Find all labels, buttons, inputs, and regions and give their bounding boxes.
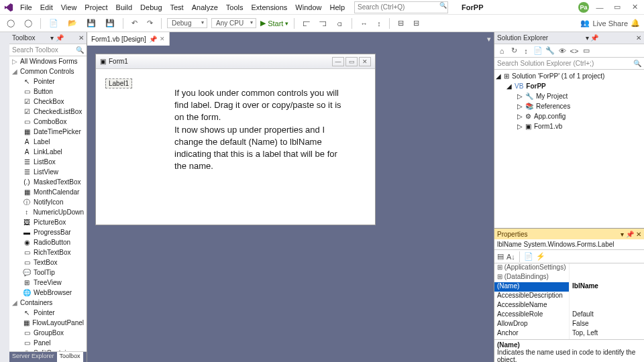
- toolbox-item[interactable]: ⊞TreeView: [9, 278, 87, 288]
- toolbox-item[interactable]: ↖Pointer: [9, 308, 87, 318]
- property-key[interactable]: ⊞ (DataBindings): [494, 273, 570, 282]
- props-pin-icon[interactable]: ▾ 📌 ✕: [621, 231, 641, 238]
- toolbox-item[interactable]: ▦FlowLayoutPanel: [9, 318, 87, 328]
- property-value[interactable]: [570, 263, 644, 273]
- menu-view[interactable]: View: [57, 2, 81, 13]
- property-key[interactable]: (Name): [494, 282, 570, 292]
- home-icon[interactable]: ⌂: [497, 47, 506, 55]
- property-key[interactable]: AllowDrop: [494, 320, 570, 329]
- nav-back-button[interactable]: ◯: [4, 17, 17, 29]
- property-value[interactable]: lblName: [570, 282, 644, 292]
- properties-icon[interactable]: 🔧: [545, 46, 555, 55]
- close-tab-icon[interactable]: ✕: [160, 36, 165, 42]
- center-v-icon[interactable]: ⊟: [411, 17, 422, 29]
- solexp-close-icon[interactable]: ✕: [636, 34, 641, 42]
- open-button[interactable]: 📂: [65, 17, 80, 29]
- property-value[interactable]: [570, 292, 644, 301]
- solexp-search-input[interactable]: Search Solution Explorer (Ctrl+;): [497, 60, 594, 67]
- toolbox-item[interactable]: ↕NumericUpDown: [9, 207, 87, 217]
- collapse-icon[interactable]: ↕: [521, 47, 531, 55]
- toolbox-item[interactable]: ☰ListView: [9, 167, 87, 177]
- property-key[interactable]: AccessibleDescription: [494, 292, 570, 301]
- toolbox-item[interactable]: ALabel: [9, 137, 87, 147]
- document-tab[interactable]: Form1.vb [Design] 📌 ✕: [87, 32, 170, 46]
- property-value[interactable]: Top, Left: [570, 329, 644, 339]
- align-right-icon[interactable]: ⫏: [333, 18, 346, 29]
- pin-icon[interactable]: 📌: [149, 36, 157, 43]
- props-page-icon[interactable]: 📄: [524, 252, 533, 261]
- toolbox-item[interactable]: ▭Panel: [9, 338, 87, 348]
- solution-item[interactable]: My Project: [536, 93, 568, 100]
- property-key[interactable]: Anchor: [494, 329, 570, 339]
- save-all-button[interactable]: 💾: [103, 17, 117, 29]
- toolbox-item[interactable]: ◉RadioButton: [9, 237, 87, 247]
- tabstrip-dropdown-icon[interactable]: ▾: [484, 35, 494, 44]
- preview-icon[interactable]: 👁: [557, 47, 567, 55]
- refresh-icon[interactable]: ↻: [509, 46, 519, 55]
- toolbox-item[interactable]: ▦DateTimePicker: [9, 127, 87, 137]
- undo-button[interactable]: ↶: [129, 17, 140, 29]
- menu-tools[interactable]: Tools: [222, 2, 248, 13]
- toolbox-item[interactable]: ▭Button: [9, 86, 87, 97]
- solexp-pin-icon[interactable]: ▾ 📌: [586, 34, 599, 42]
- property-key[interactable]: ⊞ (ApplicationSettings): [494, 263, 570, 273]
- center-h-icon[interactable]: ⊟: [395, 17, 407, 29]
- restore-button[interactable]: ▭: [610, 3, 624, 12]
- menu-test[interactable]: Test: [166, 2, 188, 13]
- spacing-v-icon[interactable]: ↕: [374, 18, 384, 29]
- menu-window[interactable]: Window: [291, 2, 325, 13]
- properties-selector[interactable]: lblName System.Windows.Forms.Label: [494, 239, 644, 250]
- toolbox-item[interactable]: 🖼PictureBox: [9, 217, 87, 227]
- save-button[interactable]: 💾: [84, 17, 99, 29]
- nav-fwd-button[interactable]: ◯: [21, 17, 35, 29]
- property-value[interactable]: [570, 301, 644, 310]
- platform-dropdown[interactable]: Any CPU: [211, 18, 256, 28]
- toolbox-item[interactable]: ▭ComboBox: [9, 117, 87, 127]
- toolbox-search-input[interactable]: Search Toolbox: [12, 46, 58, 54]
- menu-file[interactable]: File: [16, 2, 36, 13]
- menu-extensions[interactable]: Extensions: [248, 2, 292, 13]
- liveshare-button[interactable]: Live Share: [592, 19, 628, 27]
- start-debug-button[interactable]: ▶Start▾: [260, 19, 288, 27]
- menu-project[interactable]: Project: [80, 2, 111, 13]
- server-explorer-tab[interactable]: Server Explorer: [9, 352, 57, 362]
- solution-node[interactable]: Solution 'ForPP' (1 of 1 project): [512, 72, 604, 80]
- new-project-button[interactable]: 📄: [46, 17, 61, 29]
- categorized-icon[interactable]: ▤: [497, 252, 504, 261]
- show-all-icon[interactable]: 📄: [533, 46, 543, 55]
- view-code-icon[interactable]: <>: [570, 47, 579, 55]
- toolbox-item[interactable]: ☑CheckedListBox: [9, 107, 87, 117]
- avatar[interactable]: Pa: [578, 2, 589, 13]
- toolbox-tab[interactable]: Toolbox: [57, 352, 83, 362]
- toolbox-item[interactable]: ▭RichTextBox: [9, 247, 87, 257]
- project-node[interactable]: ForPP: [526, 82, 545, 90]
- label-control[interactable]: Label1: [105, 78, 132, 88]
- toolbox-item[interactable]: ▦MonthCalendar: [9, 187, 87, 197]
- toolbox-item[interactable]: ↖Pointer: [9, 76, 87, 86]
- redo-button[interactable]: ↷: [144, 17, 156, 29]
- align-left-icon[interactable]: ⫍: [300, 18, 313, 29]
- toolbox-item[interactable]: ▭TextBox: [9, 257, 87, 267]
- events-icon[interactable]: ⚡: [536, 252, 545, 261]
- toolbox-section[interactable]: ▷All Windows Forms: [9, 56, 87, 66]
- toolbox-section[interactable]: ◢Common Controls: [9, 66, 87, 76]
- menu-edit[interactable]: Edit: [36, 2, 57, 13]
- view-design-icon[interactable]: ▭: [582, 46, 591, 55]
- toolbox-item[interactable]: ⓘNotifyIcon: [9, 197, 87, 207]
- toolbox-item[interactable]: ALinkLabel: [9, 147, 87, 157]
- property-key[interactable]: AccessibleRole: [494, 310, 570, 320]
- toolbox-item[interactable]: ☰ListBox: [9, 157, 87, 167]
- toolbox-item[interactable]: ▭GroupBox: [9, 328, 87, 338]
- close-button[interactable]: ✕: [628, 3, 641, 12]
- property-value[interactable]: False: [570, 320, 644, 329]
- toolbox-item[interactable]: 🌐WebBrowser: [9, 288, 87, 298]
- menu-analyze[interactable]: Analyze: [188, 2, 222, 13]
- quick-search-input[interactable]: [354, 1, 448, 13]
- toolbox-item[interactable]: ☑CheckBox: [9, 97, 87, 107]
- config-dropdown[interactable]: Debug: [167, 18, 207, 28]
- alphabetical-icon[interactable]: A↓: [506, 253, 515, 261]
- menu-debug[interactable]: Debug: [136, 2, 166, 13]
- solution-item[interactable]: References: [536, 103, 570, 110]
- toolbox-section[interactable]: ◢Containers: [9, 298, 87, 308]
- solution-item[interactable]: App.config: [534, 113, 566, 120]
